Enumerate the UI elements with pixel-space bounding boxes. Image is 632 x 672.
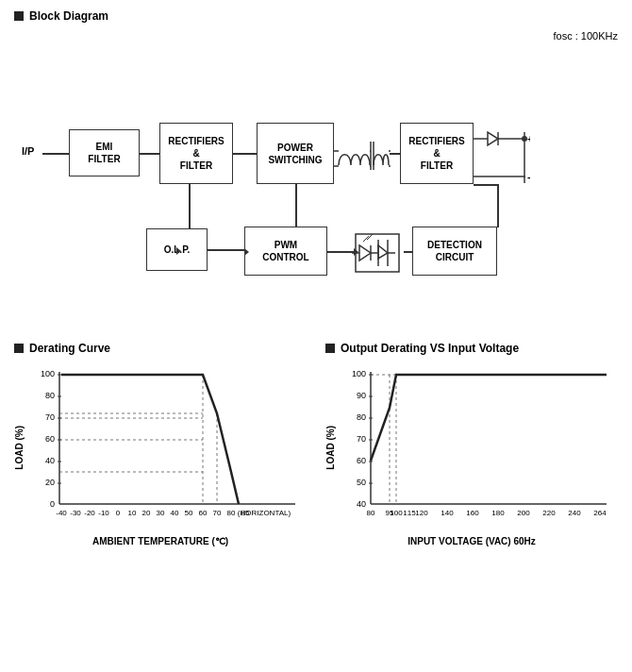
charts-section: Derating Curve LOAD (%) 0 20 40 60 70 80: [14, 342, 618, 546]
line-rect1-pwr: [233, 153, 257, 155]
line-det-rect2-v: [497, 184, 499, 227]
svg-text:-30: -30: [70, 509, 81, 517]
derating-xlabel: AMBIENT TEMPERATURE (℃): [14, 536, 307, 546]
svg-text:220: 220: [542, 509, 556, 517]
svg-text:-40: -40: [56, 509, 67, 517]
svg-text:40: 40: [357, 499, 366, 509]
box-rect2: RECTIFIERS&FILTER: [400, 123, 474, 184]
output-derating-title: Output Derating VS Input Voltage: [325, 342, 618, 355]
box-detection: DETECTIONCIRCUIT: [412, 227, 497, 276]
svg-text:240: 240: [568, 509, 581, 517]
svg-marker-26: [378, 245, 388, 259]
derating-curve-label: Derating Curve: [29, 342, 110, 355]
svg-text:80: 80: [367, 509, 375, 517]
derating-curve-container: Derating Curve LOAD (%) 0 20 40 60 70 80: [14, 342, 307, 546]
derating-curve-svg: 0 20 40 60 70 80 100 -40 -30 -20 -10 0: [26, 362, 305, 532]
svg-text:80: 80: [357, 412, 366, 422]
line-rect1-olp-v: [189, 184, 191, 229]
svg-text:20: 20: [45, 478, 55, 487]
svg-text:140: 140: [441, 509, 454, 517]
svg-text:-20: -20: [84, 509, 95, 517]
line-pwr-pwm-v: [295, 184, 297, 229]
svg-text:160: 160: [466, 509, 479, 517]
output-derating-container: Output Derating VS Input Voltage LOAD (%…: [325, 342, 618, 546]
block-diagram-title: Block Diagram: [29, 9, 108, 23]
header-square-icon: [14, 11, 24, 21]
svg-text:60: 60: [45, 434, 55, 444]
derating-chart-with-ylabel: LOAD (%) 0 20 40 60 70 80 100: [14, 362, 307, 532]
svg-text:115: 115: [403, 509, 416, 517]
block-diagram-header: Block Diagram: [14, 9, 618, 23]
output-derating-square-icon: [325, 344, 335, 353]
svg-text:60: 60: [199, 509, 208, 517]
svg-text:70: 70: [45, 412, 55, 422]
output-ylabel: LOAD (%): [325, 426, 336, 470]
svg-text:(HORIZONTAL): (HORIZONTAL): [238, 509, 291, 517]
line-olp-pwm: [208, 249, 245, 251]
box-rect1: RECTIFIERS&FILTER: [159, 123, 233, 184]
derating-square-icon: [14, 344, 24, 353]
svg-text:100: 100: [352, 369, 366, 378]
svg-text:90: 90: [357, 391, 366, 400]
svg-marker-11: [488, 132, 498, 145]
line-ip-emi: [42, 153, 69, 155]
line-det-rect2-h: [474, 184, 498, 186]
svg-text:20: 20: [142, 509, 151, 517]
svg-text:264: 264: [593, 509, 607, 517]
svg-text:60: 60: [357, 456, 366, 465]
svg-marker-20: [359, 245, 371, 260]
svg-text:50: 50: [357, 478, 366, 487]
derating-ylabel: LOAD (%): [14, 426, 25, 470]
line-emi-rect1: [140, 153, 159, 155]
box-emi-filter: EMIFILTER: [69, 129, 140, 176]
svg-text:+V: +V: [527, 133, 530, 144]
block-diagram-canvas: fosc : 100KHz I/P EMIFILTER RECTIFIERS&F…: [14, 30, 618, 323]
block-diagram-section: Block Diagram fosc : 100KHz I/P EMIFILTE…: [14, 9, 618, 323]
ip-label: I/P: [22, 145, 34, 157]
svg-text:80: 80: [227, 509, 236, 517]
output-derating-label: Output Derating VS Input Voltage: [341, 342, 519, 355]
box-pwm-control: PWMCONTROL: [244, 227, 327, 276]
svg-text:70: 70: [213, 509, 222, 517]
transformer-symbol: [334, 132, 391, 175]
svg-text:0: 0: [116, 509, 121, 517]
svg-text:80: 80: [45, 391, 55, 400]
diode-output-symbol: +V -V: [474, 125, 530, 191]
svg-text:70: 70: [357, 434, 366, 444]
line-pwm-opto: [327, 251, 354, 253]
fosc-label: fosc : 100KHz: [554, 30, 618, 42]
box-power-switching: POWERSWITCHING: [257, 123, 334, 184]
svg-text:-10: -10: [98, 509, 109, 517]
svg-text:-V: -V: [527, 171, 530, 182]
derating-curve-title: Derating Curve: [14, 342, 307, 355]
svg-text:50: 50: [185, 509, 193, 517]
svg-text:200: 200: [517, 509, 530, 517]
svg-text:180: 180: [491, 509, 505, 517]
optocoupler-symbol: [352, 230, 404, 276]
svg-text:100: 100: [390, 509, 403, 517]
output-chart-with-ylabel: LOAD (%) 40 50 60 70 80 90 100: [325, 362, 618, 532]
output-derating-svg: 40 50 60 70 80 90 100 80 95 100 115: [338, 362, 616, 532]
svg-text:40: 40: [45, 456, 55, 465]
svg-text:120: 120: [415, 509, 428, 517]
svg-text:30: 30: [157, 509, 165, 517]
svg-text:100: 100: [41, 369, 55, 378]
svg-text:40: 40: [171, 509, 179, 517]
output-xlabel: INPUT VOLTAGE (VAC) 60Hz: [325, 536, 618, 546]
svg-text:0: 0: [50, 499, 55, 509]
svg-text:10: 10: [128, 509, 137, 517]
